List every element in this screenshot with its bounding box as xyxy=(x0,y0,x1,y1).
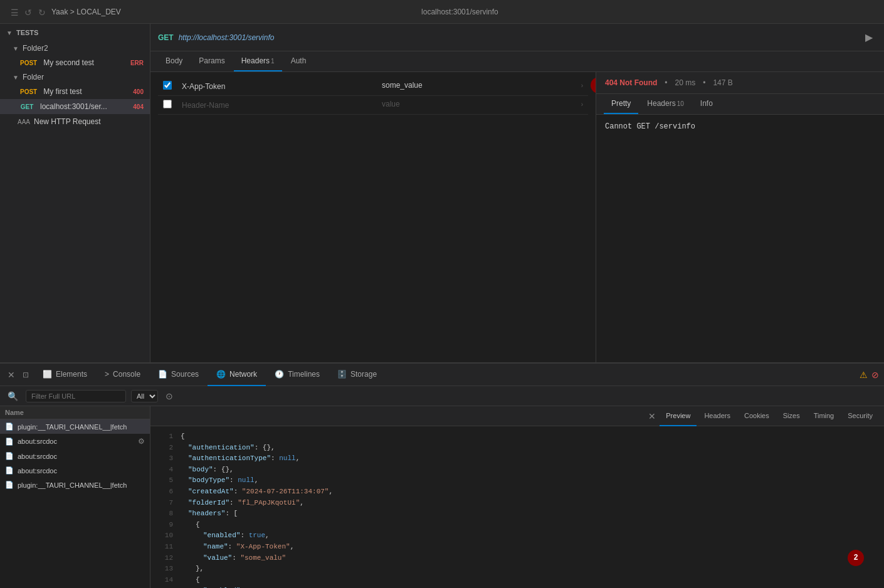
json-num-10: 10 xyxy=(158,530,173,542)
storage-icon: 🗄️ xyxy=(337,370,347,379)
response-tab-info[interactable]: Info xyxy=(693,94,720,114)
sidebar-item-first-test[interactable]: POST My first test 400 xyxy=(0,84,150,99)
tab-elements[interactable]: ⬜ Elements xyxy=(34,364,96,386)
json-num-3: 3 xyxy=(158,453,173,465)
json-line-8: 8 "headers": [ xyxy=(158,508,876,520)
network-item-5[interactable]: 📄 plugin:__TAURI_CHANNEL__|fetch xyxy=(0,478,150,492)
header-row-2-chevron-icon[interactable]: › xyxy=(581,101,583,108)
header-row-2-value-cell: › xyxy=(377,96,588,112)
json-line-10: 10 "enabled": true, xyxy=(158,530,876,542)
network-detail-tab-preview[interactable]: Preview xyxy=(660,406,697,426)
json-indent-10: "enabled": true, xyxy=(203,530,270,542)
send-button[interactable]: ▶ xyxy=(861,30,876,45)
header-row-1-value-cell: 1 › xyxy=(377,77,588,93)
filter-search-icon[interactable]: 🔍 xyxy=(5,390,21,402)
tab-console[interactable]: > Console xyxy=(96,364,149,386)
sidebar-item-folder[interactable]: ▼ Folder xyxy=(0,70,150,84)
breadcrumb: Yaak > LOCAL_DEV xyxy=(51,8,121,16)
tab-auth[interactable]: Auth xyxy=(283,51,314,71)
sidebar-item-get-localhost[interactable]: GET localhost:3001/ser... 404 xyxy=(0,99,150,114)
json-line-7: 7 "folderId": "fl_PApJKqotUi", xyxy=(158,498,876,509)
request-bar: GET http://localhost:3001/servinfo ▶ xyxy=(150,24,884,51)
header-row-1: 1 › xyxy=(158,77,588,96)
method-badge-post1: POST xyxy=(18,59,39,67)
header-row-1-checkbox[interactable] xyxy=(163,81,172,90)
devtools-close-button[interactable]: ✕ xyxy=(5,367,18,382)
response-size: 147 B xyxy=(713,78,732,87)
timelines-icon: 🕐 xyxy=(275,370,284,379)
network-split: Name 📄 plugin:__TAURI_CHANNEL__|fetch 📄 … xyxy=(0,406,884,588)
request-method-label: GET xyxy=(158,33,174,42)
json-indent-6: "createdAt": "2024-07-26T11:34:07", xyxy=(188,486,333,498)
network-detail-tab-sizes[interactable]: Sizes xyxy=(777,406,806,426)
header-row-1-chevron-icon[interactable]: › xyxy=(581,82,583,89)
response-status-bar: 404 Not Found • 20 ms • 147 B xyxy=(596,72,884,94)
json-line-15: 15 "enabled": true, xyxy=(158,585,876,588)
tab-sources[interactable]: 📄 Sources xyxy=(149,364,208,386)
tab-network[interactable]: 🌐 Network xyxy=(208,364,266,386)
network-item-4[interactable]: 📄 about:srcdoc xyxy=(0,463,150,478)
sidebar-toggle-button[interactable]: ☰ xyxy=(10,8,19,16)
network-detail-close-button[interactable]: ✕ xyxy=(646,409,658,424)
headers-count-badge: 1 xyxy=(271,58,275,65)
sidebar: ▼ TESTS ▼ Folder2 POST My second test ER… xyxy=(0,24,150,362)
network-filter-input[interactable] xyxy=(26,390,126,402)
header-row-1-value-input[interactable] xyxy=(382,81,577,90)
json-indent-9: { xyxy=(196,520,200,531)
tab-headers[interactable]: Headers1 xyxy=(234,51,282,71)
tests-chevron-icon: ▼ xyxy=(6,29,13,36)
tab-timelines[interactable]: 🕐 Timelines xyxy=(266,364,329,386)
response-tab-headers[interactable]: Headers10 xyxy=(639,94,691,114)
header-row-1-name-input[interactable] xyxy=(182,82,372,91)
network-detail-tab-cookies[interactable]: Cookies xyxy=(738,406,776,426)
method-badge-post2: POST xyxy=(18,88,39,96)
tab-body[interactable]: Body xyxy=(158,51,190,71)
tab-storage[interactable]: 🗄️ Storage xyxy=(329,364,386,386)
tab-params[interactable]: Params xyxy=(191,51,232,71)
response-tab-pretty[interactable]: Pretty xyxy=(604,94,638,114)
network-detail-tab-headers[interactable]: Headers xyxy=(698,406,737,426)
sidebar-item-second-test[interactable]: POST My second test ERR xyxy=(0,55,150,70)
json-line-3: 3 "authenticationType": null, xyxy=(158,453,876,465)
header-row-2-name-input[interactable] xyxy=(182,101,372,110)
json-indent-5: "bodyType": null, xyxy=(188,475,258,486)
tests-section-header[interactable]: ▼ TESTS xyxy=(0,24,150,41)
network-item-1[interactable]: 📄 plugin:__TAURI_CHANNEL__|fetch xyxy=(0,419,150,434)
network-item-2-options[interactable]: ⚙ xyxy=(138,437,145,446)
sidebar-item-folder2[interactable]: ▼ Folder2 xyxy=(0,41,150,55)
response-dot-1: • xyxy=(665,78,667,87)
response-panel: 404 Not Found • 20 ms • 147 B Pretty Hea… xyxy=(596,72,884,362)
network-list-header: Name xyxy=(0,406,150,419)
network-item-2[interactable]: 📄 about:srcdoc ⚙ xyxy=(0,434,150,449)
titlebar: ☰ ↺ ↻ Yaak > LOCAL_DEV localhost:3001/se… xyxy=(0,0,884,24)
console-icon: > xyxy=(105,370,109,379)
sidebar-item-new-request[interactable]: AAA New HTTP Request xyxy=(0,114,150,129)
network-item-3[interactable]: 📄 about:srcdoc xyxy=(0,449,150,463)
response-headers-count: 10 xyxy=(677,100,684,107)
header-row-2-check-cell xyxy=(158,96,177,115)
network-icon: 🌐 xyxy=(216,370,226,379)
json-num-12: 12 xyxy=(158,553,173,564)
devtools-detach-button[interactable]: ⊡ xyxy=(20,368,31,382)
console-label: Console xyxy=(113,370,140,379)
filter-type-select[interactable]: All xyxy=(131,390,158,402)
json-indent-8: "headers": [ xyxy=(188,508,238,520)
header-row-2-value-input[interactable] xyxy=(382,100,577,108)
header-row-2-checkbox[interactable] xyxy=(163,100,172,108)
back-button[interactable]: ↺ xyxy=(24,8,33,16)
network-detail-tab-security[interactable]: Security xyxy=(841,406,879,426)
filter-options-icon[interactable]: ⊙ xyxy=(163,390,176,402)
json-indent-11: "name": "X-App-Token", xyxy=(203,542,294,553)
json-line-2: 2 "authentication": {}, xyxy=(158,443,876,454)
balloon-1: 1 xyxy=(591,77,596,93)
network-detail-tab-timing[interactable]: Timing xyxy=(808,406,841,426)
forward-button[interactable]: ↻ xyxy=(38,8,46,16)
network-item-4-icon: 📄 xyxy=(5,466,14,475)
request-name-new: New HTTP Request xyxy=(34,117,100,126)
devtools-toolbar: ✕ ⊡ ⬜ Elements > Console 📄 Sources 🌐 Net… xyxy=(0,364,884,386)
json-num-8: 8 xyxy=(158,508,173,520)
response-time: 20 ms xyxy=(675,78,696,87)
json-line-6: 6 "createdAt": "2024-07-26T11:34:07", xyxy=(158,486,876,498)
json-line-14: 14 { xyxy=(158,575,876,586)
json-num-11: 11 xyxy=(158,542,173,553)
